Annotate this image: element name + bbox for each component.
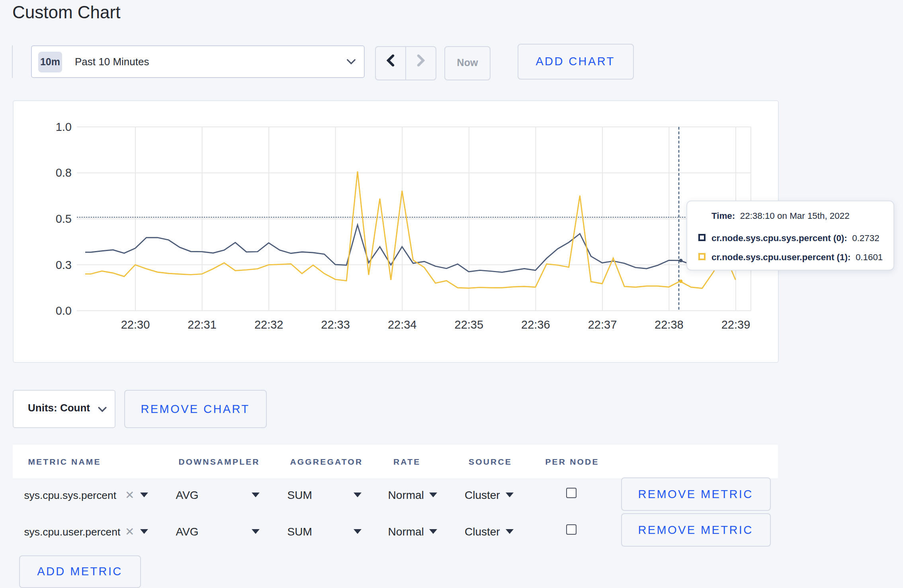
svg-text:0.3: 0.3 [55,258,71,271]
svg-text:22:34: 22:34 [387,318,416,331]
svg-text:22:32: 22:32 [254,318,283,331]
svg-text:0.0: 0.0 [55,304,71,317]
svg-text:22:36: 22:36 [521,318,550,331]
svg-text:22:37: 22:37 [588,318,617,331]
svg-text:22:38: 22:38 [654,318,683,331]
svg-text:22:31: 22:31 [187,318,216,331]
svg-text:22:39: 22:39 [721,318,750,331]
svg-text:0.8: 0.8 [55,166,71,179]
svg-text:22:30: 22:30 [121,318,150,331]
svg-text:1.0: 1.0 [55,120,71,133]
svg-text:22:35: 22:35 [454,318,483,331]
svg-text:22:33: 22:33 [321,318,350,331]
svg-text:0.5: 0.5 [55,212,71,225]
